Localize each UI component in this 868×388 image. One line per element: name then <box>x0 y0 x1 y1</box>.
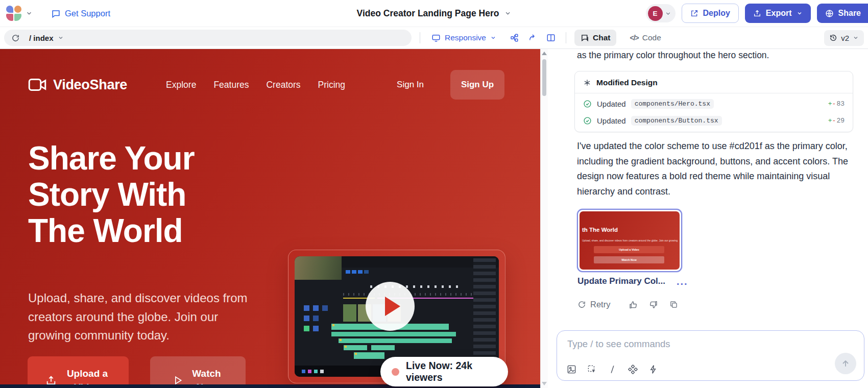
divider <box>575 93 853 93</box>
assistant-message-tail: as the primary color throughout the hero… <box>577 49 863 61</box>
copy-button[interactable] <box>668 299 679 310</box>
retry-button[interactable]: Retry <box>576 299 611 310</box>
upload-video-button[interactable]: Upload a Video <box>28 356 129 388</box>
sign-in-button[interactable]: Sign In <box>394 79 427 90</box>
scroll-down-arrow-icon[interactable] <box>542 382 547 385</box>
site-logo[interactable]: VideoShare <box>28 77 127 93</box>
account-menu[interactable]: E <box>646 4 676 22</box>
live-preview-pane: VideoShare Explore Features Creators Pri… <box>0 49 540 388</box>
sparkle-icon <box>583 79 591 87</box>
divider <box>420 32 420 43</box>
diff-stat: +-83 <box>828 100 845 108</box>
scroll-up-arrow-icon[interactable] <box>542 52 547 55</box>
share-button[interactable]: Share <box>817 4 868 23</box>
preview-scrollbar[interactable] <box>540 49 548 388</box>
retry-icon <box>577 300 586 309</box>
history-icon <box>829 34 837 42</box>
divider <box>566 32 566 43</box>
play-icon <box>385 297 400 316</box>
globe-icon <box>825 9 834 18</box>
export-button[interactable]: Export <box>745 4 811 23</box>
live-viewers-badge: Live Now: 24k viewers <box>380 357 508 386</box>
file-path-chip: components/Hero.tsx <box>631 99 714 109</box>
chat-tab-icon <box>581 34 589 42</box>
attach-image-icon[interactable] <box>567 365 576 374</box>
open-in-new-icon[interactable] <box>526 31 539 44</box>
refresh-button[interactable] <box>11 34 20 42</box>
mini-hero-preview: th The World Upload, share, and discover… <box>580 211 680 270</box>
site-nav: Explore Features Creators Pricing <box>166 80 345 90</box>
deploy-button[interactable]: Deploy <box>682 4 739 23</box>
thumbs-up-button[interactable] <box>628 299 639 310</box>
code-icon: </> <box>630 34 638 42</box>
monitor-icon <box>431 33 441 42</box>
get-support-button[interactable]: Get Support <box>48 8 113 19</box>
preview-toolbar: / index Responsive <box>0 27 868 49</box>
diff-stat: +-29 <box>828 117 845 125</box>
device-chevron-icon <box>490 35 496 41</box>
site-header: VideoShare Explore Features Creators Pri… <box>28 69 504 100</box>
upload-icon <box>753 9 761 17</box>
version-menu-button[interactable]: ... <box>677 278 688 285</box>
chat-bubble-icon <box>51 9 61 18</box>
export-chevron-icon <box>797 10 803 16</box>
send-button[interactable] <box>835 353 856 374</box>
nav-pricing[interactable]: Pricing <box>318 80 346 90</box>
slash-command-icon[interactable] <box>608 365 617 374</box>
nav-creators[interactable]: Creators <box>266 80 300 90</box>
account-chevron-icon <box>665 10 671 17</box>
app-logo-icon <box>6 6 21 21</box>
file-change-row: Updated components/Hero.tsx +-83 <box>583 97 845 110</box>
version-selector[interactable]: v2 <box>824 30 864 46</box>
title-chevron-icon[interactable] <box>504 10 511 17</box>
app-window: Get Support Video Creator Landing Page H… <box>0 0 868 388</box>
nav-features[interactable]: Features <box>213 80 249 90</box>
logo-menu-chevron-icon[interactable] <box>26 10 33 17</box>
route-selector[interactable]: / index <box>26 33 67 43</box>
route-chevron-icon <box>58 35 64 41</box>
play-outline-icon <box>173 375 183 385</box>
top-bar: Get Support Video Creator Landing Page H… <box>0 0 868 27</box>
device-size-selector[interactable]: Responsive <box>428 33 499 43</box>
tab-chat[interactable]: Chat <box>574 30 616 46</box>
url-bar[interactable]: / index <box>4 30 412 46</box>
play-button[interactable] <box>366 282 415 331</box>
check-circle-icon <box>583 100 592 108</box>
project-title: Video Creator Landing Page Hero <box>357 8 499 19</box>
tab-code[interactable]: </> Code <box>623 30 667 46</box>
select-element-icon[interactable] <box>587 365 597 374</box>
split-view-icon[interactable] <box>544 31 558 44</box>
components-icon[interactable] <box>628 365 638 374</box>
video-camera-icon <box>28 78 46 92</box>
message-actions: Retry <box>576 299 679 310</box>
chat-panel: as the primary color throughout the hero… <box>548 49 868 388</box>
design-version-thumbnail[interactable]: th The World Upload, share, and discover… <box>577 209 682 272</box>
sign-up-button[interactable]: Sign Up <box>450 70 504 100</box>
external-link-icon <box>690 9 698 17</box>
chat-composer <box>557 330 864 381</box>
avatar: E <box>648 6 663 21</box>
check-circle-icon <box>583 116 592 125</box>
modified-design-card: Modified Design Updated components/Hero.… <box>574 71 853 132</box>
nav-explore[interactable]: Explore <box>166 80 196 90</box>
component-tree-icon[interactable] <box>508 31 521 44</box>
scrollbar-thumb[interactable] <box>542 59 546 96</box>
version-chevron-icon <box>853 35 859 41</box>
hero-subtext: Upload, share, and discover videos from … <box>28 289 257 345</box>
file-path-chip: components/Button.tsx <box>631 116 722 126</box>
watch-now-button[interactable]: Watch Now <box>150 356 246 388</box>
assistant-message: I've updated the color scheme to use #cd… <box>577 139 859 199</box>
live-dot-icon <box>392 368 399 376</box>
quick-action-icon[interactable] <box>648 365 658 374</box>
hero-headline: Share Your Story With The World <box>28 140 195 249</box>
thumbs-down-button[interactable] <box>648 299 659 310</box>
file-change-row: Updated components/Button.tsx +-29 <box>583 114 845 127</box>
version-caption: Update Primary Col... <box>577 276 665 286</box>
